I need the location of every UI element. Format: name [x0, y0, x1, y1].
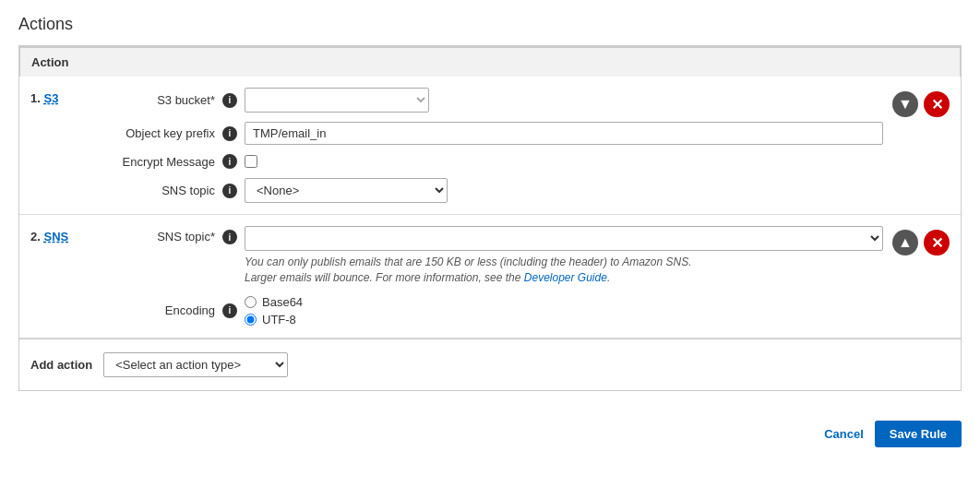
object-key-prefix-info-icon[interactable]: i [222, 126, 237, 141]
page-title: Actions [18, 15, 962, 34]
action-s3-link[interactable]: S3 [43, 91, 58, 105]
action-row-s3: 1. S3 S3 bucket* i Object key prefix i [19, 77, 961, 215]
move-up-button-sns[interactable]: ▲ [892, 230, 918, 255]
add-action-label: Add action [30, 358, 92, 372]
encoding-base64-radio[interactable] [245, 296, 257, 308]
sns-action-controls: ▲ ✕ [892, 226, 950, 255]
sns-topic-main-info-icon[interactable]: i [222, 230, 237, 244]
save-rule-button[interactable]: Save Rule [875, 421, 962, 447]
sns-topic-main-field: You can only publish emails that are 150… [245, 226, 883, 286]
sns-topic-help-text: You can only publish emails that are 150… [245, 255, 706, 286]
encrypt-message-label: Encrypt Message [86, 155, 215, 169]
s3-fields: S3 bucket* i Object key prefix i [86, 88, 883, 203]
action-row-sns: 2. SNS SNS topic* i You can only publish… [19, 215, 961, 339]
sns-topic-main-select[interactable] [245, 226, 883, 251]
remove-button-sns[interactable]: ✕ [924, 230, 950, 255]
encoding-utf8-item: UTF-8 [245, 313, 303, 327]
sns-topic-main-row: SNS topic* i You can only publish emails… [86, 226, 883, 286]
action-number-1: 1. S3 [30, 88, 86, 105]
object-key-prefix-row: Object key prefix i [86, 122, 883, 145]
encoding-base64-item: Base64 [245, 295, 303, 309]
footer-row: Cancel Save Rule [0, 406, 980, 457]
s3-bucket-input-wrap [245, 88, 883, 113]
s3-bucket-select[interactable] [245, 88, 429, 113]
action-number-2: 2. SNS [30, 226, 86, 244]
s3-action-controls: ▼ ✕ [892, 88, 950, 117]
page-container: Actions Action 1. S3 S3 bucket* i [0, 0, 980, 406]
encoding-utf8-radio[interactable] [245, 314, 257, 326]
action-sns-link[interactable]: SNS [43, 230, 68, 244]
encoding-row: Encoding i Base64 UTF-8 [86, 295, 883, 327]
object-key-prefix-input[interactable] [245, 122, 883, 145]
sns-topic-s3-row: SNS topic i <None> [86, 178, 883, 203]
s3-bucket-label: S3 bucket* [86, 93, 215, 107]
table-header: Action [19, 47, 961, 77]
encoding-info-icon[interactable]: i [222, 303, 237, 318]
add-action-row: Add action <Select an action type> [19, 339, 961, 390]
encrypt-message-checkbox[interactable] [245, 155, 257, 168]
add-action-select[interactable]: <Select an action type> [103, 352, 288, 377]
sns-topic-s3-info-icon[interactable]: i [222, 184, 237, 198]
encrypt-message-row: Encrypt Message i [86, 154, 883, 169]
encoding-base64-label: Base64 [262, 295, 303, 309]
developer-guide-link[interactable]: Developer Guide [524, 271, 607, 284]
encoding-utf8-label: UTF-8 [262, 313, 296, 327]
remove-button-s3[interactable]: ✕ [924, 91, 950, 117]
s3-bucket-info-icon[interactable]: i [222, 93, 237, 108]
encoding-label: Encoding [86, 303, 215, 317]
object-key-prefix-label: Object key prefix [86, 126, 215, 140]
sns-fields: SNS topic* i You can only publish emails… [86, 226, 883, 327]
encrypt-message-info-icon[interactable]: i [222, 154, 237, 169]
move-down-button-s3[interactable]: ▼ [892, 91, 918, 117]
actions-section: Action 1. S3 S3 bucket* i [18, 46, 962, 391]
sns-topic-main-label: SNS topic* [86, 226, 215, 244]
encoding-radio-group: Base64 UTF-8 [245, 295, 303, 327]
sns-topic-s3-label: SNS topic [86, 184, 215, 197]
sns-topic-s3-select[interactable]: <None> [245, 178, 448, 203]
cancel-button[interactable]: Cancel [824, 427, 864, 441]
s3-bucket-row: S3 bucket* i [86, 88, 883, 113]
